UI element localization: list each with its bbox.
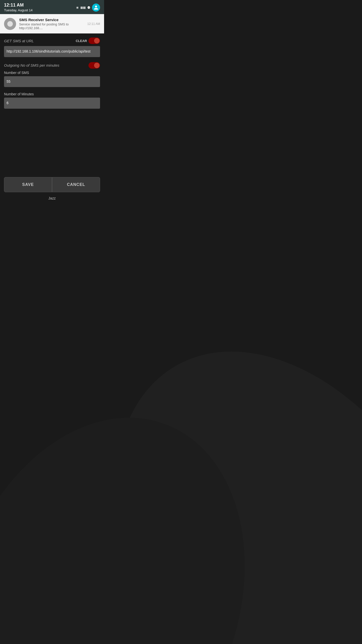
main-content: GET SMS at URL CLEAR http://192.168.1.10… bbox=[0, 33, 104, 118]
wifi-icon: ⋇ bbox=[76, 6, 79, 10]
url-field[interactable]: http://192.168.1.106/sindhitutorials.com… bbox=[4, 46, 100, 57]
avatar bbox=[92, 4, 100, 12]
number-of-sms-field[interactable]: 55 bbox=[4, 76, 100, 87]
cancel-button[interactable]: CANCEL bbox=[52, 177, 100, 192]
carrier-label: Jazz bbox=[0, 196, 104, 204]
number-of-minutes-section: Number of Minutes 6 bbox=[4, 92, 100, 109]
signal-icon: ▮▮▮ bbox=[80, 6, 86, 9]
get-sms-toggle[interactable] bbox=[88, 37, 100, 44]
save-button[interactable]: SAVE bbox=[4, 177, 52, 192]
number-of-sms-label: Number of SMS bbox=[4, 71, 100, 75]
status-bar: 12:11 AM Tuesday, August 14 ⋇ ▮▮▮ ⚉ bbox=[0, 0, 104, 14]
get-sms-label: GET SMS at URL bbox=[4, 39, 34, 43]
battery-icon: ⚉ bbox=[87, 6, 90, 10]
number-of-sms-section: Number of SMS 55 bbox=[4, 71, 100, 87]
status-time: 12:11 AM bbox=[4, 3, 32, 8]
notification-card: SMS Receiver Service Service started for… bbox=[0, 14, 104, 33]
button-row: SAVE CANCEL bbox=[0, 173, 104, 196]
outgoing-sms-label: Outgoing No of SMS per minutes bbox=[4, 63, 59, 67]
spacer bbox=[0, 118, 104, 173]
outgoing-sms-section-header: Outgoing No of SMS per minutes bbox=[4, 62, 100, 69]
notification-content: SMS Receiver Service Service started for… bbox=[19, 18, 84, 30]
status-icons: ⋇ ▮▮▮ ⚉ bbox=[76, 3, 100, 12]
get-sms-toggle-wrapper: CLEAR bbox=[88, 37, 100, 44]
notification-inner-icon bbox=[7, 21, 13, 27]
notification-title: SMS Receiver Service bbox=[19, 18, 84, 22]
outgoing-sms-toggle[interactable] bbox=[88, 62, 100, 69]
number-of-minutes-field[interactable]: 6 bbox=[4, 98, 100, 109]
notification-icon bbox=[4, 18, 16, 30]
status-date: Tuesday, August 14 bbox=[4, 8, 32, 12]
number-of-minutes-label: Number of Minutes bbox=[4, 92, 100, 96]
clear-label: CLEAR bbox=[76, 39, 87, 43]
notification-body: Service started for posting SMS to http:… bbox=[19, 22, 84, 30]
status-time-date: 12:11 AM Tuesday, August 14 bbox=[4, 3, 32, 12]
notification-time: 12:11 AM bbox=[87, 22, 100, 26]
get-sms-section-header: GET SMS at URL CLEAR bbox=[4, 37, 100, 44]
